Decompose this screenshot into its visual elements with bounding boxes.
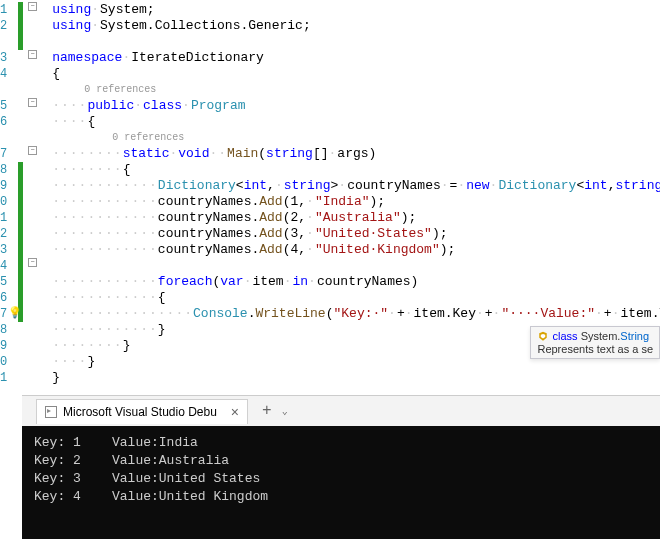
lightbulb-icon[interactable]: 💡 — [8, 306, 22, 319]
line-number-gutter: 123456789012345678901 — [0, 0, 10, 395]
codelens-references[interactable]: 0 references — [84, 84, 156, 95]
fold-toggle-icon[interactable]: − — [28, 258, 37, 267]
terminal-tab-title: Microsoft Visual Studio Debu — [63, 405, 217, 419]
terminal-output[interactable]: Key: 1 Value:India Key: 2 Value:Australi… — [22, 426, 660, 539]
terminal-panel: Microsoft Visual Studio Debu × + ⌄ Key: … — [22, 395, 660, 539]
change-marker — [18, 2, 23, 50]
class-icon — [537, 331, 549, 343]
code-editor[interactable]: 123456789012345678901 − − − − − 💡 using·… — [0, 0, 660, 395]
change-marker — [18, 162, 23, 322]
fold-toggle-icon[interactable]: − — [28, 98, 37, 107]
fold-toggle-icon[interactable]: − — [28, 2, 37, 11]
intellisense-tooltip: class System.String Represents text as a… — [530, 326, 660, 359]
fold-toggle-icon[interactable]: − — [28, 146, 37, 155]
new-tab-button[interactable]: + — [262, 402, 272, 420]
terminal-tab[interactable]: Microsoft Visual Studio Debu × — [36, 399, 248, 424]
terminal-icon — [45, 406, 57, 418]
chevron-down-icon[interactable]: ⌄ — [282, 405, 288, 417]
terminal-tab-bar: Microsoft Visual Studio Debu × + ⌄ — [22, 396, 660, 426]
fold-toggle-icon[interactable]: − — [28, 50, 37, 59]
close-icon[interactable]: × — [231, 404, 239, 420]
codelens-references[interactable]: 0 references — [112, 132, 184, 143]
